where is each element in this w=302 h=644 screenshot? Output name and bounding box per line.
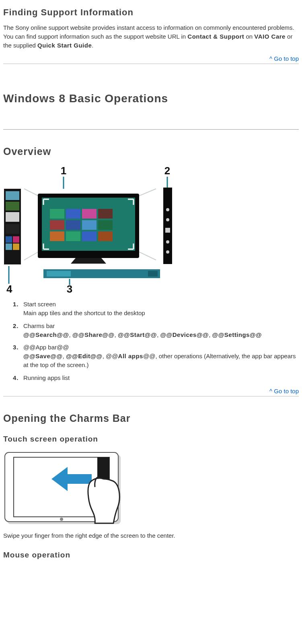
strong-vaio-care: VAIO Care	[254, 33, 286, 40]
legend-item-2: 2. Charms bar @@Search@@, @@Share@@, @@S…	[13, 322, 299, 339]
svg-rect-17	[47, 271, 71, 277]
legend-title: Running apps list	[23, 374, 70, 381]
svg-rect-23	[82, 209, 97, 219]
divider	[3, 396, 299, 396]
legend-desc: Main app tiles and the shortcut to the d…	[23, 310, 145, 316]
charm-settings: @@Settings@@	[212, 331, 262, 338]
svg-point-34	[166, 208, 169, 211]
svg-rect-10	[13, 236, 19, 243]
legend-number: 4.	[13, 374, 19, 382]
appbar-save: @@Save@@	[23, 353, 63, 359]
overview-legend-list: 1. Start screen Main app tiles and the s…	[3, 300, 299, 382]
heading-overview: Overview	[3, 146, 299, 157]
touch-swipe-svg	[3, 451, 124, 527]
svg-point-45	[60, 518, 63, 521]
svg-rect-31	[82, 231, 97, 241]
svg-line-16	[137, 251, 156, 260]
svg-rect-21	[50, 209, 64, 219]
heading-touch-operation: Touch screen operation	[3, 435, 299, 444]
text-fragment: @@	[57, 344, 69, 351]
legend-item-3: 3. @@App bar@@ @@Save@@, @@Edit@@, @@All…	[13, 343, 299, 369]
svg-rect-5	[6, 191, 19, 200]
svg-rect-27	[82, 220, 97, 230]
legend-number: 3.	[13, 343, 19, 352]
svg-rect-7	[6, 212, 19, 222]
svg-rect-30	[66, 231, 80, 241]
svg-rect-25	[50, 220, 64, 230]
go-to-top-link[interactable]: ^ Go to top	[3, 388, 299, 394]
svg-point-38	[166, 250, 169, 254]
divider	[3, 129, 299, 130]
overview-diagram: 1 2 4 3	[3, 165, 299, 294]
charm-start: @@Start@@	[118, 331, 157, 338]
app-bar-label: App bar	[35, 344, 57, 351]
charms-bar-graphic	[163, 188, 172, 264]
svg-rect-8	[6, 224, 19, 234]
charm-search: @@Search@@	[23, 331, 69, 338]
svg-rect-18	[148, 271, 158, 277]
legend-number: 2.	[13, 322, 19, 330]
svg-point-35	[166, 218, 169, 221]
paragraph-support-info: The Sony online support website provides…	[3, 23, 299, 50]
charm-devices: @@Devices@@	[160, 331, 209, 338]
running-apps-panel-graphic	[4, 189, 21, 264]
appbar-allapps: All apps	[118, 353, 143, 359]
divider	[3, 64, 299, 64]
svg-rect-36	[165, 228, 170, 233]
svg-rect-24	[98, 209, 113, 219]
overview-diagram-svg: 1 2 4 3	[3, 165, 180, 294]
svg-rect-6	[6, 202, 19, 211]
text-fragment: @@	[143, 353, 155, 359]
svg-point-37	[166, 240, 169, 244]
text-fragment: @@	[106, 353, 118, 359]
charm-share: @@Share@@	[72, 331, 115, 338]
heading-opening-charms-bar: Opening the Charms Bar	[3, 413, 299, 424]
callout-label-2: 2	[164, 165, 170, 177]
appbar-edit: @@Edit@@	[66, 353, 103, 359]
text-fragment: .	[92, 42, 93, 49]
svg-rect-32	[98, 231, 113, 241]
svg-rect-22	[66, 209, 80, 219]
legend-item-4: 4. Running apps list	[13, 374, 299, 382]
legend-title: Charms bar	[23, 322, 55, 329]
heading-finding-support: Finding Support Information	[3, 7, 299, 18]
callout-label-4: 4	[6, 283, 12, 294]
legend-item-1: 1. Start screen Main app tiles and the s…	[13, 300, 299, 318]
strong-quick-start-guide: Quick Start Guide	[37, 42, 92, 49]
touch-swipe-figure	[3, 451, 299, 527]
heading-mouse-operation: Mouse operation	[3, 551, 299, 559]
monitor-graphic	[38, 194, 139, 264]
svg-rect-12	[13, 244, 19, 250]
touch-swipe-text: Swipe your finger from the right edge of…	[3, 531, 299, 540]
go-to-top-link[interactable]: ^ Go to top	[3, 55, 299, 62]
legend-title: Start screen	[23, 301, 56, 308]
callout-label-1: 1	[61, 165, 66, 177]
svg-rect-26	[66, 220, 80, 230]
heading-windows8-basic-operations: Windows 8 Basic Operations	[3, 92, 299, 105]
text-fragment: on	[244, 33, 254, 40]
text-fragment: @@	[23, 344, 35, 351]
svg-rect-28	[98, 220, 113, 230]
legend-number: 1.	[13, 300, 19, 309]
svg-rect-9	[6, 236, 12, 243]
svg-rect-11	[6, 244, 12, 250]
svg-line-15	[137, 189, 156, 197]
text-fragment: , other operations (Alternatively, the a…	[23, 353, 296, 368]
strong-contact-support: Contact & Support	[187, 33, 244, 40]
svg-rect-29	[50, 231, 64, 241]
